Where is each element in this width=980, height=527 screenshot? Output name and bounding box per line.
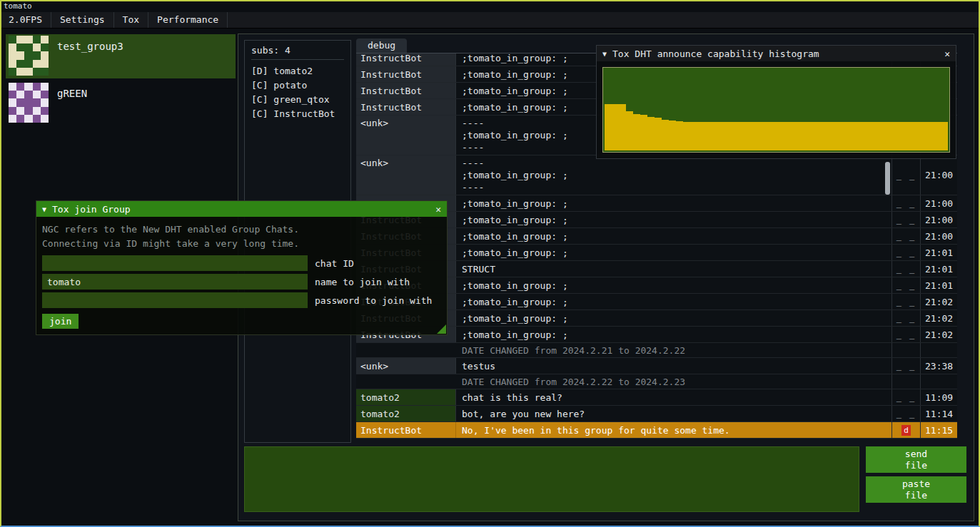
- join-name-input[interactable]: [42, 274, 308, 290]
- message-author: <unk>: [356, 358, 456, 374]
- histogram-window-titlebar[interactable]: ▼ Tox DHT announce capability histogram …: [597, 46, 956, 61]
- message-text: ;tomato_in_group: ;: [456, 294, 891, 309]
- resize-grip[interactable]: [437, 324, 446, 334]
- date-separator-row: DATE CHANGED from 2024.2.21 to 2024.2.22: [356, 343, 957, 358]
- histogram-bar: [762, 122, 769, 150]
- histogram-bar: [926, 122, 934, 150]
- histogram-bar: [869, 122, 877, 150]
- sub-item[interactable]: [C] InstructBot: [251, 107, 344, 121]
- histogram-bar: [640, 115, 647, 150]
- message-timestamp: 21:00: [920, 195, 957, 211]
- chat-id-input[interactable]: [42, 255, 308, 271]
- message-timestamp: 21:00: [920, 212, 957, 227]
- message-text: ;tomato_in_group: ;: [456, 327, 891, 342]
- histogram-bar: [704, 122, 712, 150]
- message-flags: _ _: [891, 358, 920, 374]
- message-text: ;tomato_in_group: ;: [456, 228, 891, 244]
- message-text: No, I've been in this group for quite so…: [456, 422, 891, 438]
- message-timestamp: 21:01: [920, 277, 957, 293]
- collapse-arrow-icon[interactable]: ▼: [42, 205, 46, 213]
- join-button[interactable]: join: [42, 314, 79, 329]
- message-author: InstructBot: [356, 53, 456, 66]
- chat-message-row: tomato2chat is this real?_ _11:09: [356, 389, 957, 406]
- menu-item-tox[interactable]: Tox: [114, 12, 148, 28]
- message-author: <unk>: [356, 116, 456, 155]
- histogram-bar: [655, 118, 662, 150]
- paste-file-button[interactable]: paste file: [866, 476, 966, 503]
- close-icon[interactable]: ✕: [944, 48, 950, 59]
- histogram-bar: [626, 111, 633, 150]
- subs-list: [D] tomato2[C] potato[C] green_qtox[C] I…: [251, 64, 344, 121]
- message-flags: _ _: [891, 261, 920, 277]
- close-icon[interactable]: ✕: [435, 204, 441, 215]
- histogram-bar: [619, 104, 626, 150]
- histogram-bar: [733, 122, 740, 150]
- subs-separator: [251, 59, 344, 60]
- delivered-flag: d: [901, 425, 911, 436]
- group-list: test_group3gREEN: [6, 34, 236, 128]
- message-timestamp: 21:00: [920, 155, 957, 195]
- message-text: chat is this real?: [456, 389, 891, 405]
- app-title: tomato: [4, 1, 32, 11]
- menu-item-performance[interactable]: Performance: [148, 12, 228, 28]
- message-flags: _ _: [891, 310, 920, 326]
- join-dialog-description: NGC refers to the New DHT enabled Group …: [36, 217, 447, 254]
- message-text: ;tomato_in_group: ;: [456, 212, 891, 227]
- histogram-bar: [676, 121, 683, 150]
- field-row-chat-id: chat ID: [42, 255, 441, 271]
- histogram-bar: [884, 122, 891, 150]
- join-dialog-titlebar[interactable]: ▼ Tox join Group ✕: [36, 201, 447, 217]
- message-text: testus: [456, 358, 891, 374]
- sub-item[interactable]: [C] green_qtox: [251, 93, 344, 107]
- tab-debug[interactable]: debug: [356, 39, 407, 53]
- message-flags: [891, 374, 920, 389]
- group-item-test_group3[interactable]: test_group3: [6, 34, 236, 78]
- histogram-bar: [712, 122, 719, 150]
- message-timestamp: 21:01: [920, 261, 957, 277]
- message-flags: _ _: [891, 327, 920, 342]
- join-password-input[interactable]: [42, 292, 308, 308]
- date-changed-text: DATE CHANGED from 2024.2.22 to 2024.2.23: [456, 374, 891, 389]
- message-author: [356, 343, 456, 357]
- histogram-bar: [891, 122, 898, 150]
- send-file-button[interactable]: send file: [866, 446, 966, 473]
- message-input[interactable]: [244, 446, 859, 512]
- group-item-gREEN[interactable]: gREEN: [6, 81, 236, 126]
- histogram-window-title: Tox DHT announce capability histogram: [612, 48, 819, 59]
- message-flags: _ _: [891, 195, 920, 211]
- histogram-bar: [769, 122, 776, 150]
- group-name: test_group3: [57, 41, 123, 78]
- message-flags: d: [891, 422, 920, 438]
- histogram-bar: [862, 122, 869, 150]
- message-text: ;tomato_in_group: ;: [456, 310, 891, 326]
- menubar: 2.0FPS SettingsToxPerformance: [0, 12, 980, 29]
- histogram-bar: [819, 122, 826, 150]
- sub-item[interactable]: [D] tomato2: [251, 64, 344, 78]
- message-timestamp: 21:02: [920, 310, 957, 326]
- message-text: bot, are you new here?: [456, 406, 891, 421]
- histogram-bar: [934, 122, 941, 150]
- histogram-bar: [941, 122, 948, 150]
- histogram-bar: [633, 114, 640, 150]
- message-timestamp: 11:09: [920, 389, 957, 405]
- message-flags: _ _: [891, 212, 920, 227]
- chat-message-row: <unk>testus_ _23:38: [356, 358, 957, 374]
- histogram-plot: [602, 67, 950, 153]
- message-timestamp: 21:02: [920, 327, 957, 342]
- histogram-bar: [740, 122, 747, 150]
- collapse-arrow-icon[interactable]: ▼: [602, 50, 607, 58]
- histogram-bar: [804, 122, 812, 150]
- message-flags: [891, 343, 920, 357]
- join-desc-line-1: NGC refers to the New DHT enabled Group …: [42, 222, 441, 237]
- message-timestamp: 21:02: [920, 294, 957, 309]
- chat-scrollbar[interactable]: [885, 162, 890, 195]
- histogram-bar: [898, 122, 905, 150]
- message-author: tomato2: [356, 389, 456, 405]
- message-text: ;tomato_in_group: ;: [456, 245, 891, 260]
- message-flags: _ _: [891, 277, 920, 293]
- message-timestamp: [920, 374, 957, 389]
- chat-message-row: tomato2bot, are you new here?_ _11:14: [356, 406, 957, 422]
- menu-item-settings[interactable]: Settings: [51, 12, 114, 28]
- join-dialog-title: Tox join Group: [52, 204, 131, 215]
- sub-item[interactable]: [C] potato: [251, 78, 344, 93]
